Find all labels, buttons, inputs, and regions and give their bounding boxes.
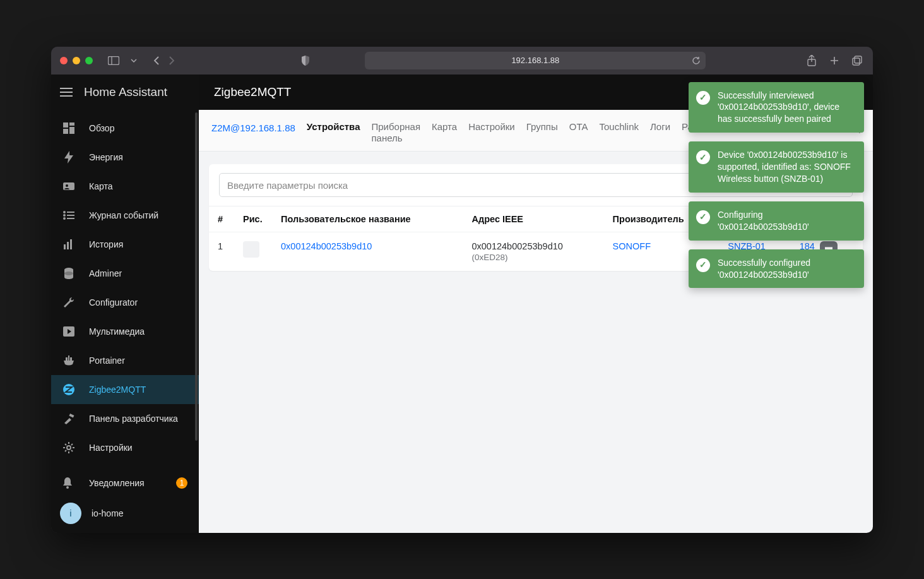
- forward-button[interactable]: [165, 54, 179, 68]
- back-button[interactable]: [150, 54, 163, 68]
- window-controls: [60, 57, 93, 64]
- close-window[interactable]: [60, 57, 68, 64]
- sidebar-item-devtools[interactable]: Панель разработчика: [51, 404, 199, 433]
- menu-collapse-icon[interactable]: [60, 88, 73, 97]
- minimize-window[interactable]: [73, 57, 80, 64]
- sidebar-user[interactable]: i io-home: [51, 498, 199, 529]
- app-title: Home Assistant: [84, 85, 167, 99]
- app-body: Home Assistant Обзор Энергия Карта Журн: [51, 75, 873, 533]
- gear-icon: [62, 441, 75, 454]
- maximize-window[interactable]: [85, 57, 93, 64]
- tab-dashboard[interactable]: Приборная панель: [372, 121, 421, 145]
- sidebar-item-label: Настройки: [89, 443, 133, 453]
- sidebar-footer: Уведомления 1 i io-home: [51, 469, 199, 533]
- database-icon: [62, 267, 75, 280]
- svg-point-14: [63, 211, 66, 213]
- account-icon: [62, 180, 75, 193]
- sidebar-item-label: Zigbee2MQTT: [89, 385, 146, 395]
- toast-configuring[interactable]: ✓ Configuring '0x00124b00253b9d10': [689, 201, 864, 241]
- sidebar-item-zigbee2mqtt[interactable]: Zigbee2MQTT: [51, 375, 199, 404]
- sidebar-notifications[interactable]: Уведомления 1: [51, 469, 199, 498]
- chevron-down-icon[interactable]: [127, 54, 141, 68]
- tab-settings[interactable]: Настройки: [468, 121, 515, 132]
- sidebar-item-logbook[interactable]: Журнал событий: [51, 201, 199, 230]
- svg-rect-3: [853, 58, 860, 65]
- toast-supported[interactable]: ✓ Device '0x00124b00253b9d10' is support…: [689, 141, 864, 193]
- sidebar-toggle-icon[interactable]: [107, 54, 121, 68]
- col-name[interactable]: Пользовательское название: [272, 206, 463, 232]
- sidebar-item-history[interactable]: История: [51, 230, 199, 259]
- col-ieee[interactable]: Адрес IEEE: [463, 206, 603, 232]
- tab-devices[interactable]: Устройства: [307, 121, 360, 132]
- tab-groups[interactable]: Группы: [526, 121, 558, 132]
- url-bar[interactable]: 192.168.1.88: [365, 52, 706, 69]
- sidebar-item-adminer[interactable]: Adminer: [51, 259, 199, 288]
- cell-pic: [234, 232, 272, 272]
- tabs-overview-icon[interactable]: [850, 54, 864, 68]
- browser-titlebar: 192.168.1.88: [51, 47, 873, 75]
- sidebar-item-configurator[interactable]: Configurator: [51, 288, 199, 317]
- svg-rect-17: [67, 215, 74, 216]
- check-icon: ✓: [696, 258, 710, 272]
- ship-icon: [62, 354, 75, 367]
- svg-rect-8: [63, 122, 68, 128]
- sidebar-item-label: Configurator: [89, 297, 138, 307]
- notifications-badge: 1: [176, 477, 187, 489]
- tab-logs[interactable]: Логи: [650, 121, 670, 132]
- share-icon[interactable]: [805, 54, 819, 68]
- list-icon: [62, 209, 75, 222]
- sidebar-item-overview[interactable]: Обзор: [51, 114, 199, 143]
- svg-rect-22: [70, 239, 72, 249]
- tabs-nav: Устройства Приборная панель Карта Настро…: [307, 121, 737, 145]
- sidebar-item-settings[interactable]: Настройки: [51, 433, 199, 462]
- bolt-icon: [62, 151, 75, 164]
- svg-rect-11: [63, 129, 68, 134]
- tab-touchlink[interactable]: Touchlink: [599, 121, 639, 132]
- sidebar-item-label: История: [89, 239, 123, 249]
- sidebar-item-label: Мультимедиа: [89, 326, 145, 337]
- host-link[interactable]: Z2M@192.168.1.88: [211, 121, 295, 133]
- svg-rect-10: [69, 127, 74, 134]
- sidebar-item-label: Журнал событий: [89, 210, 158, 220]
- svg-rect-26: [68, 355, 69, 361]
- svg-point-31: [67, 446, 71, 450]
- svg-rect-27: [66, 357, 68, 361]
- check-icon: ✓: [696, 210, 710, 224]
- sidebar: Home Assistant Обзор Энергия Карта Журн: [51, 75, 199, 533]
- scrollbar[interactable]: [195, 112, 198, 441]
- svg-rect-28: [70, 357, 72, 361]
- svg-point-18: [63, 217, 66, 220]
- tab-map[interactable]: Карта: [432, 121, 457, 132]
- reload-icon[interactable]: [692, 56, 701, 65]
- svg-rect-30: [69, 413, 74, 417]
- tab-ota[interactable]: OTA: [569, 121, 588, 132]
- dashboard-icon: [62, 122, 75, 134]
- url-text: 192.168.1.88: [511, 56, 559, 65]
- bell-icon: [62, 477, 75, 489]
- avatar: i: [60, 503, 81, 524]
- svg-rect-15: [67, 212, 74, 213]
- toast-configured[interactable]: ✓ Successfully configured '0x00124b00253…: [689, 249, 864, 289]
- toast-text: Successfully configured '0x00124b00253b9…: [718, 257, 855, 281]
- svg-point-24: [64, 272, 73, 275]
- sidebar-item-label: Карта: [89, 181, 112, 191]
- svg-rect-19: [67, 218, 74, 219]
- main-panel: Zigbee2MQTT Z2M@192.168.1.88 Устройства …: [199, 75, 873, 533]
- toast-text: Successfully interviewed '0x00124b00253b…: [718, 90, 855, 126]
- check-icon: ✓: [696, 91, 710, 105]
- sidebar-item-label: Portainer: [89, 355, 125, 366]
- device-name-link[interactable]: 0x00124b00253b9d10: [281, 241, 372, 251]
- col-num[interactable]: #: [209, 206, 234, 232]
- svg-rect-21: [67, 242, 69, 249]
- device-thumb: [243, 241, 259, 258]
- sidebar-item-energy[interactable]: Энергия: [51, 143, 199, 172]
- new-tab-icon[interactable]: [827, 54, 841, 68]
- toast-interviewed[interactable]: ✓ Successfully interviewed '0x00124b0025…: [689, 82, 864, 133]
- shield-icon[interactable]: [299, 54, 312, 68]
- sidebar-item-map[interactable]: Карта: [51, 172, 199, 201]
- sidebar-item-label: Энергия: [89, 152, 123, 162]
- sidebar-item-portainer[interactable]: Portainer: [51, 346, 199, 375]
- col-pic[interactable]: Рис.: [234, 206, 272, 232]
- manufacturer-link[interactable]: SONOFF: [613, 241, 651, 251]
- sidebar-item-media[interactable]: Мультимедиа: [51, 317, 199, 346]
